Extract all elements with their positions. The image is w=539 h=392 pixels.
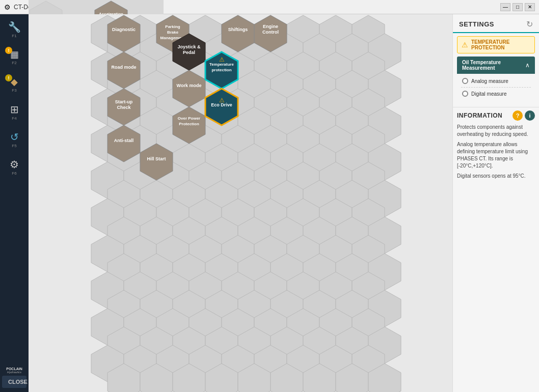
settings-title: SETTINGS [459,20,494,28]
svg-text:Shiftings: Shiftings [228,27,248,32]
grid-icon: ⊞ [10,103,19,116]
temp-protection-label: TEMPERATURE PROTECTION [471,39,530,50]
oil-temp-section: Oil Temperature Measurement ∧ Analog mea… [457,57,535,102]
arrows-icon: ↺ [10,131,19,143]
digital-radio[interactable] [462,91,468,97]
svg-text:Parking: Parking [165,24,180,29]
sidebar-label-f2: F2 [12,61,16,65]
analog-measure-label: Analog measure [471,78,508,84]
main-container: 🔧 F1 ! ▦ F2 ! ◆ F3 ⊞ F4 ↺ F5 ⚙ F6 POCLAI… [0,14,539,392]
gear-icon: ⚙ [10,158,19,171]
sidebar-label-f5: F5 [12,144,16,148]
digital-measure-option[interactable]: Digital measure [461,89,531,99]
oil-temp-header[interactable]: Oil Temperature Measurement ∧ [457,57,535,74]
hex-canvas-svg: Diagnostic Road mode Start-up Check Anti… [29,14,452,392]
sidebar-label-f6: F6 [12,171,16,176]
hex-main-canvas[interactable]: Diagnostic Road mode Start-up Check Anti… [29,14,452,392]
svg-text:Pedal: Pedal [183,50,195,55]
svg-text:⚠: ⚠ [219,56,225,63]
info-button[interactable]: i [525,110,535,121]
oil-temp-chevron: ∧ [525,62,530,69]
sidebar-label-f3: F3 [12,88,16,93]
analog-radio[interactable] [462,78,468,84]
info-text-3: Digital sensors opens at 95°C. [457,173,535,180]
left-sidebar: 🔧 F1 ! ▦ F2 ! ◆ F3 ⊞ F4 ↺ F5 ⚙ F6 POCLAI… [0,14,29,392]
svg-text:Anti-stall: Anti-stall [114,138,134,143]
settings-panel: SETTINGS ↻ ⚠ TEMPERATURE PROTECTION Oil … [452,14,539,392]
sidebar-label-f1: F1 [12,34,16,38]
info-header: INFORMATION ? i [457,110,535,121]
svg-text:Over Power: Over Power [178,116,200,121]
sidebar-bottom: POCLAIN Hydraulics CLOSE [0,367,29,390]
info-text-1: Protects components against overheating … [457,124,535,138]
svg-text:Start-up: Start-up [115,99,133,104]
settings-refresh-icon[interactable]: ↻ [526,19,533,29]
sidebar-label-f4: F4 [12,116,16,121]
close-window-button[interactable]: ✕ [525,3,535,11]
settings-header: SETTINGS ↻ [453,14,539,33]
svg-text:Joystick &: Joystick & [177,44,201,49]
svg-text:Hill Start: Hill Start [147,156,166,161]
svg-text:Check: Check [117,105,131,110]
info-section: INFORMATION ? i Protects components agai… [453,107,539,186]
titlebar-controls[interactable]: — □ ✕ [500,3,535,11]
close-button[interactable]: CLOSE [2,376,26,388]
analog-measure-option[interactable]: Analog measure [461,76,531,86]
svg-text:Control: Control [262,30,279,35]
sidebar-item-f3[interactable]: ! ◆ F3 [2,71,26,98]
svg-text:Engine: Engine [263,24,278,29]
info-title: INFORMATION [457,112,502,119]
f2-badge: ! [5,47,12,54]
svg-text:Diagnostic: Diagnostic [112,27,136,32]
sidebar-item-f2[interactable]: ! ▦ F2 [2,44,26,70]
info-icons: ? i [513,110,535,121]
svg-text:Brake: Brake [167,30,179,35]
temp-protection-header[interactable]: ⚠ TEMPERATURE PROTECTION [457,36,535,53]
svg-text:Protection: Protection [179,122,199,126]
sidebar-item-f6[interactable]: ⚙ F6 [2,154,26,180]
svg-text:protection: protection [211,68,231,72]
f3-badge: ! [5,74,12,81]
temp-warning-icon: ⚠ [462,41,468,49]
digital-measure-label: Digital measure [471,91,506,97]
measure-divider [461,87,531,88]
poclain-logo: POCLAIN Hydraulics [6,367,22,374]
temp-protection-section: ⚠ TEMPERATURE PROTECTION Oil Temperature… [453,33,539,107]
sidebar-item-f5[interactable]: ↺ F5 [2,126,26,153]
minimize-button[interactable]: — [500,3,510,11]
sidebar-item-f1[interactable]: 🔧 F1 [2,16,26,43]
maximize-button[interactable]: □ [513,3,523,11]
svg-text:⚠: ⚠ [219,97,225,104]
oil-temp-label: Oil Temperature Measurement [462,60,525,71]
wrench-icon: 🔧 [8,21,21,33]
svg-text:Road mode: Road mode [111,65,136,70]
measure-options: Analog measure Digital measure [457,74,535,102]
info-text-2: Analog temperature allows defining tempe… [457,141,535,170]
help-button[interactable]: ? [513,110,523,121]
app-icon: ⚙ [4,3,11,11]
sidebar-item-f4[interactable]: ⊞ F4 [2,99,26,125]
svg-text:Work mode: Work mode [177,83,202,88]
